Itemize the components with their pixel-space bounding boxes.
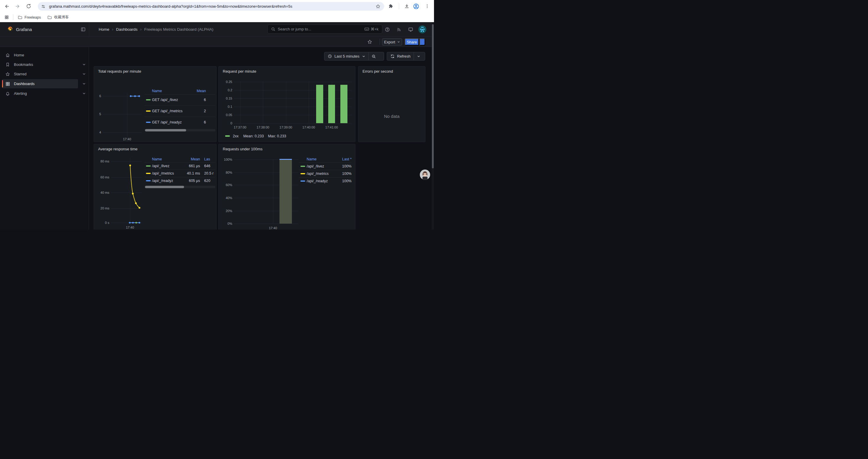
legend-header-name[interactable]: Name (152, 157, 180, 161)
series-name[interactable]: /api/_/readyz (307, 179, 336, 183)
favorite-star-icon[interactable] (365, 37, 374, 47)
x-tick: 17:38:00 (254, 126, 272, 129)
legend-row[interactable]: /api/_/readyz 605 µs 620 (145, 177, 216, 184)
legend-scrollbar[interactable] (145, 186, 216, 188)
series-mean: 661 µs (179, 164, 200, 168)
panel-requests-under-100ms[interactable]: Requests under 100ms 100% 80% 60% 40% 20… (218, 144, 355, 230)
breadcrumb: Home › Dashboards › Freeleaps Metrics Da… (99, 22, 213, 37)
news-rss-icon[interactable] (394, 22, 404, 37)
legend-header-mean[interactable]: Mean (179, 157, 200, 161)
sidebar-expand-bookmarks[interactable] (81, 60, 87, 69)
legend-header-last[interactable]: Last * (336, 157, 351, 161)
bookmark-folder-blogs[interactable]: 收藏博客 (47, 12, 69, 22)
extensions-icon[interactable] (386, 0, 395, 12)
legend-row[interactable]: GET /api/_/readyz 6 (145, 117, 216, 128)
series-name[interactable]: /api/_/metrics (307, 172, 336, 176)
series-name[interactable]: GET /api/_/readyz (152, 120, 190, 124)
floating-avatar[interactable] (420, 169, 430, 180)
series-last: 646 (204, 164, 215, 168)
chevron-down-icon (82, 72, 86, 76)
sidebar-expand-dashboards[interactable] (81, 79, 87, 88)
legend-scrollbar-thumb[interactable] (145, 186, 184, 188)
series-color-pill (146, 99, 151, 101)
series-name[interactable]: /api/_/metrics (152, 171, 180, 175)
bar-2xx[interactable] (316, 85, 323, 123)
breadcrumb-dashboards[interactable]: Dashboards (116, 22, 138, 37)
panel-errors-per-second[interactable]: Errors per second No data (358, 66, 426, 142)
header-divider (89, 22, 89, 37)
series-mean: 40.1 ms (179, 171, 200, 175)
time-range-picker[interactable]: Last 5 minutes (324, 52, 368, 60)
series-name[interactable]: GET /api/_/livez (152, 98, 190, 102)
sidebar-toggle-icon[interactable] (78, 22, 88, 37)
bar-2xx[interactable] (328, 85, 335, 123)
bookmark-folder-freeleaps[interactable]: Freeleaps (18, 12, 41, 22)
series-name[interactable]: 2xx (233, 134, 239, 138)
legend-row[interactable]: /api/_/metrics 40.1 ms 20.5 r (145, 169, 216, 177)
share-button[interactable]: Share (405, 38, 419, 45)
sidebar-item-bookmarks[interactable]: Bookmarks (2, 60, 78, 69)
legend-row[interactable]: /api/_/livez 100% (299, 162, 351, 170)
reload-icon[interactable] (24, 0, 33, 12)
back-icon[interactable] (2, 0, 11, 12)
legend-header-name[interactable]: Name (307, 157, 336, 161)
gridline (234, 82, 352, 82)
page-scrollbar-thumb[interactable] (432, 24, 434, 168)
bookmark-star-icon[interactable] (373, 2, 382, 11)
legend-header-last[interactable]: Las (204, 157, 215, 161)
legend-scrollbar[interactable] (145, 129, 216, 131)
chevron-down-icon (362, 55, 366, 58)
breadcrumb-home[interactable]: Home (99, 22, 109, 37)
legend-row[interactable]: /api/_/readyz 100% (299, 177, 351, 185)
bar-2xx[interactable] (340, 85, 347, 123)
legend-header-mean[interactable]: Mean (189, 89, 206, 93)
export-button[interactable]: Export (382, 38, 402, 45)
series-color-pill (301, 173, 305, 174)
legend-row[interactable]: GET /api/_/livez 6 (145, 94, 216, 105)
legend-header-name[interactable]: Name (152, 89, 190, 93)
panel-avg-response-time[interactable]: Average response time 80 ms 60 ms 40 ms … (94, 144, 217, 230)
sidebar-expand-starred[interactable] (81, 69, 87, 78)
grafana-logo[interactable] (7, 26, 13, 33)
series-max: Max: 0.233 (268, 134, 286, 138)
help-icon[interactable] (382, 22, 392, 37)
series-name[interactable]: /api/_/readyz (152, 179, 180, 183)
series-color-pill (225, 135, 230, 137)
series-color-pill (301, 181, 305, 182)
legend-row[interactable]: /api/_/metrics 100% (299, 170, 351, 177)
monitor-kiosk-icon[interactable] (406, 22, 415, 37)
search-input[interactable]: Search or jump to... ⌘+k (267, 25, 382, 34)
clock-icon (328, 54, 332, 59)
legend-row[interactable]: GET /api/_/metrics 2 (145, 105, 216, 117)
series-mean: 2 (189, 109, 206, 113)
sidebar-item-home[interactable]: Home (2, 51, 78, 60)
user-avatar[interactable] (418, 25, 426, 33)
share-dropdown-button[interactable] (420, 38, 425, 45)
y-tick: 0.2 (219, 88, 232, 92)
site-settings-icon[interactable] (39, 2, 48, 11)
sidebar-expand-alerting[interactable] (81, 89, 87, 98)
zoom-out-button[interactable] (369, 52, 379, 60)
panel-request-per-minute[interactable]: Request per minute 0.25 0.2 0.15 0.1 0.0… (218, 66, 355, 142)
series-name[interactable]: /api/_/livez (307, 164, 336, 168)
refresh-button[interactable]: Refresh (387, 52, 414, 60)
downloads-icon[interactable] (402, 0, 411, 12)
browser-menu-icon[interactable] (423, 0, 432, 12)
address-bar[interactable]: grafana.mathmast.com/d/deytv4rwavabkb/fr… (38, 2, 384, 11)
legend-row[interactable]: /api/_/livez 661 µs 646 (145, 162, 216, 169)
forward-icon[interactable] (13, 0, 22, 12)
series-last: 100% (336, 179, 351, 183)
sidebar-item-alerting[interactable]: Alerting (2, 89, 78, 98)
series-name[interactable]: /api/_/livez (152, 164, 180, 168)
panel-total-requests[interactable]: Total requests per minute 6 5 4 3 2 17:4… (94, 66, 217, 142)
breadcrumb-separator: › (109, 22, 116, 37)
url-text[interactable]: grafana.mathmast.com/d/deytv4rwavabkb/fr… (49, 2, 292, 11)
legend-scrollbar-thumb[interactable] (145, 129, 186, 131)
profile-icon[interactable] (411, 0, 421, 12)
refresh-interval-dropdown[interactable] (414, 52, 423, 60)
area-fill-100pct[interactable] (279, 160, 292, 224)
sidebar-item-starred[interactable]: Starred (2, 69, 78, 78)
apps-grid-icon[interactable] (2, 12, 11, 22)
sidebar-item-dashboards[interactable]: Dashboards (2, 79, 78, 88)
series-name[interactable]: GET /api/_/metrics (152, 109, 190, 113)
